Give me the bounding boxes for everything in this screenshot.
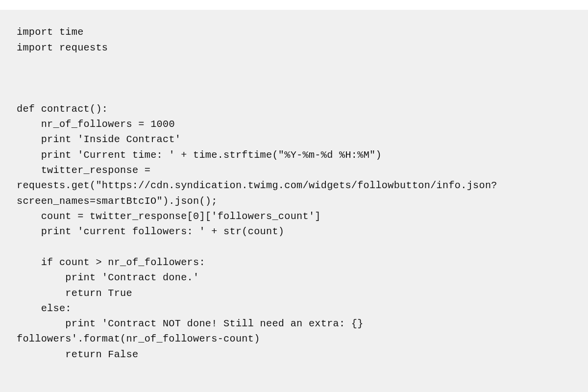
code-snippet: import time import requests def contract… [0,10,588,392]
